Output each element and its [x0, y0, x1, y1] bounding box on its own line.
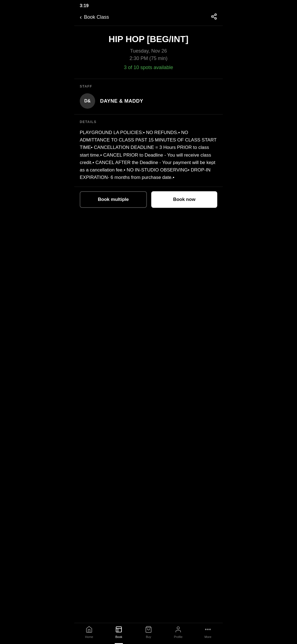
book-multiple-button[interactable]: Book multiple	[80, 191, 147, 208]
nav-item-more[interactable]: More	[193, 626, 223, 638]
svg-point-2	[215, 18, 216, 19]
top-nav: ‹ Book Class	[74, 10, 223, 26]
details-section: DETAILS PLAYGROUND LA POLICIES:• NO REFU…	[74, 114, 223, 187]
class-info: HIP HOP [BEG/INT] Tuesday, Nov 26 2:30 P…	[74, 26, 223, 79]
spots-available: 3 of 10 spots available	[80, 65, 217, 70]
profile-icon	[175, 626, 182, 634]
nav-item-book[interactable]: Book	[104, 626, 134, 638]
bottom-nav: Home Book Buy	[74, 623, 223, 644]
staff-avatar-initials: D&	[84, 99, 90, 103]
svg-point-11	[207, 629, 208, 630]
nav-item-buy[interactable]: Buy	[134, 626, 163, 638]
staff-name: DAYNE & MADDY	[100, 98, 143, 104]
svg-point-0	[215, 14, 216, 15]
staff-label: STAFF	[80, 84, 217, 88]
svg-point-12	[210, 629, 210, 630]
back-button[interactable]: ‹ Book Class	[80, 14, 109, 21]
class-title: HIP HOP [BEG/INT]	[80, 34, 217, 44]
share-icon	[211, 13, 217, 20]
svg-line-4	[213, 15, 215, 16]
book-now-button[interactable]: Book now	[151, 191, 217, 208]
nav-label-buy: Buy	[146, 635, 151, 638]
class-date: Tuesday, Nov 26	[80, 48, 217, 54]
status-time: 3:19	[80, 3, 89, 8]
nav-title: Book Class	[84, 14, 109, 20]
svg-point-1	[211, 16, 213, 17]
status-bar: 3:19	[74, 0, 223, 10]
share-button[interactable]	[211, 13, 217, 21]
back-icon: ‹	[80, 14, 82, 21]
staff-avatar: D&	[80, 93, 95, 109]
svg-point-10	[205, 629, 206, 630]
nav-label-profile: Profile	[174, 635, 182, 638]
svg-point-9	[177, 627, 180, 629]
staff-section: STAFF D& DAYNE & MADDY	[74, 79, 223, 114]
staff-row: D& DAYNE & MADDY	[80, 93, 217, 109]
details-text: PLAYGROUND LA POLICIES:• NO REFUNDS.• NO…	[80, 129, 217, 181]
bottom-buttons: Book multiple Book now	[74, 187, 223, 212]
nav-item-profile[interactable]: Profile	[163, 626, 193, 638]
home-icon	[86, 626, 93, 634]
svg-rect-5	[116, 627, 122, 632]
buy-icon	[145, 626, 152, 634]
svg-line-3	[213, 17, 215, 18]
class-time: 2:30 PM (75 min)	[80, 56, 217, 61]
details-label: DETAILS	[80, 120, 217, 124]
more-icon	[204, 626, 211, 634]
nav-label-home: Home	[85, 635, 93, 638]
nav-label-book: Book	[115, 635, 122, 638]
book-icon	[115, 626, 122, 634]
nav-label-more: More	[204, 635, 211, 638]
nav-item-home[interactable]: Home	[74, 626, 104, 638]
